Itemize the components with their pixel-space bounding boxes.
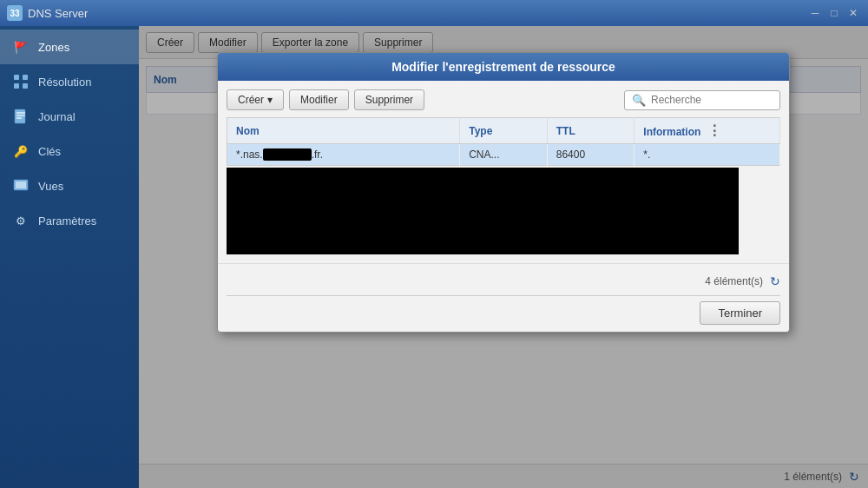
modal-col-type: Type xyxy=(460,118,548,144)
modal-footer: 4 élément(s) ↻ Terminer xyxy=(218,263,789,332)
modal-col-nom: Nom xyxy=(227,118,460,144)
svg-rect-2 xyxy=(14,83,19,89)
cles-icon: 🔑 xyxy=(12,142,30,160)
sidebar-item-vues[interactable]: Vues xyxy=(0,168,139,203)
vues-icon xyxy=(12,177,30,195)
sidebar: 🚩 Zones Résolution xyxy=(0,26,139,488)
sidebar-item-resolution[interactable]: Résolution xyxy=(0,64,139,99)
modal-more-icon[interactable]: ⋮ xyxy=(704,122,725,140)
sidebar-item-zones[interactable]: 🚩 Zones xyxy=(0,30,139,64)
sidebar-label-cles: Clés xyxy=(38,145,61,158)
svg-rect-3 xyxy=(23,83,28,89)
modal-title: Modifier l'enregistrement de ressource xyxy=(391,60,615,74)
resolution-icon xyxy=(12,73,30,90)
modal-refresh-button[interactable]: ↻ xyxy=(770,274,780,288)
table-row[interactable]: *.nas. .fr. CNA... 86400 *. xyxy=(227,144,780,166)
svg-rect-0 xyxy=(14,75,19,80)
svg-rect-4 xyxy=(15,109,25,123)
sidebar-item-journal[interactable]: Journal xyxy=(0,99,139,134)
close-button[interactable]: ✕ xyxy=(845,6,861,20)
sidebar-label-resolution: Résolution xyxy=(38,76,91,89)
sidebar-item-cles[interactable]: 🔑 Clés xyxy=(0,134,139,168)
modal-footer-actions: Terminer xyxy=(227,296,780,325)
modal-records-table: Nom Type TTL Information ⋮ *.nas. .fr. xyxy=(227,117,780,166)
minimize-button[interactable]: ─ xyxy=(807,6,823,20)
restore-button[interactable]: □ xyxy=(826,6,842,20)
app-title: DNS Server xyxy=(28,7,88,20)
cell-record-ttl: 86400 xyxy=(547,144,635,166)
sidebar-label-journal: Journal xyxy=(38,110,76,123)
modal-modifier-button[interactable]: Modifier xyxy=(289,89,349,110)
modal-header: Modifier l'enregistrement de ressource xyxy=(218,53,789,81)
modal-search-box[interactable]: 🔍 xyxy=(624,90,780,110)
main-content: Créer Modifier Exporter la zone Supprime… xyxy=(139,26,868,488)
cell-record-nom: *.nas. .fr. xyxy=(227,144,460,166)
resource-record-modal: Modifier l'enregistrement de ressource C… xyxy=(217,52,790,333)
modal-overlay: Modifier l'enregistrement de ressource C… xyxy=(139,26,868,488)
title-bar-left: 33 DNS Server xyxy=(7,5,88,21)
modal-toolbar: Créer ▾ Modifier Supprimer 🔍 xyxy=(227,89,780,110)
search-icon: 🔍 xyxy=(632,94,646,107)
modal-element-count: 4 élément(s) xyxy=(705,275,763,287)
modal-creer-button[interactable]: Créer ▾ xyxy=(227,89,284,110)
cell-record-type: CNA... xyxy=(460,144,548,166)
modal-body: Créer ▾ Modifier Supprimer 🔍 xyxy=(218,81,789,263)
sidebar-label-parametres: Paramètres xyxy=(38,214,96,228)
search-input[interactable] xyxy=(651,94,773,106)
title-bar: 33 DNS Server ─ □ ✕ xyxy=(0,0,868,26)
svg-rect-1 xyxy=(23,75,28,80)
modal-supprimer-button[interactable]: Supprimer xyxy=(354,89,424,110)
modal-status-row: 4 élément(s) ↻ xyxy=(227,271,780,292)
sidebar-label-zones: Zones xyxy=(38,41,69,54)
app-icon: 33 xyxy=(7,5,23,21)
journal-icon xyxy=(12,108,30,125)
sidebar-item-parametres[interactable]: ⚙ Paramètres xyxy=(0,203,139,238)
zones-icon: 🚩 xyxy=(12,38,30,56)
window-controls: ─ □ ✕ xyxy=(807,6,861,20)
modal-col-ttl: TTL xyxy=(547,118,635,144)
redacted-content xyxy=(227,168,739,254)
terminer-button[interactable]: Terminer xyxy=(700,301,780,325)
svg-rect-9 xyxy=(16,181,26,188)
parametres-icon: ⚙ xyxy=(12,212,30,229)
sidebar-label-vues: Vues xyxy=(38,180,63,193)
dropdown-arrow-icon: ▾ xyxy=(267,94,273,106)
cell-record-info: *. xyxy=(635,144,780,166)
app-body: 🚩 Zones Résolution xyxy=(0,26,868,488)
modal-col-info: Information ⋮ xyxy=(635,118,780,144)
